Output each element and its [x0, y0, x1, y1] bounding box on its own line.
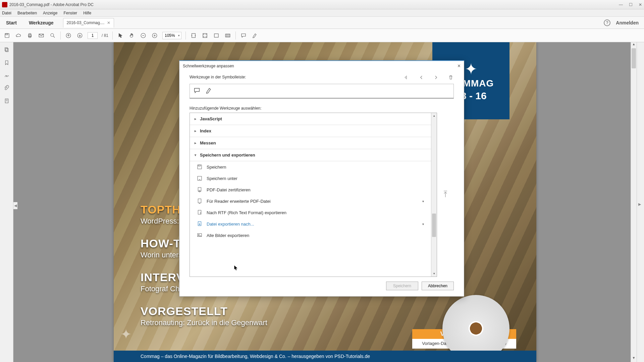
- delete-icon[interactable]: [448, 74, 454, 82]
- zoom-value: 105%: [165, 33, 175, 38]
- collapse-right-icon[interactable]: ▶: [638, 202, 641, 206]
- tab-document[interactable]: 2016-03_Commag.... ✕: [63, 18, 114, 27]
- print-icon[interactable]: [26, 32, 34, 39]
- tree-item-label: Speichern unter: [207, 176, 237, 181]
- chevron-right-icon: ▸: [195, 117, 198, 121]
- svg-rect-23: [198, 199, 201, 203]
- search-icon[interactable]: [49, 32, 56, 39]
- tree-category-messen[interactable]: ▸Messen: [190, 137, 437, 149]
- tree-item-zertifizieren[interactable]: PDF-Datei zertifizieren: [190, 184, 437, 195]
- zoom-in-icon[interactable]: [151, 32, 158, 39]
- next-page-icon[interactable]: [76, 32, 84, 39]
- chevron-right-icon: ▸: [195, 141, 198, 145]
- tree-category-javascript[interactable]: ▸JavaScript: [190, 113, 437, 125]
- scroll-up-icon[interactable]: ▴: [431, 113, 437, 119]
- thumbnails-icon[interactable]: [4, 47, 10, 53]
- mail-icon[interactable]: [38, 32, 45, 39]
- tree-item-label: Alle Bilder exportieren: [207, 233, 249, 238]
- menu-bar: Datei Bearbeiten Anzeige Fenster Hilfe: [0, 9, 644, 17]
- tree-category-index[interactable]: ▸Index: [190, 125, 437, 137]
- scroll-down-icon[interactable]: ▾: [431, 271, 437, 277]
- section-heading: VORGESTELLT: [141, 305, 267, 318]
- section-sub: Retronauting: Zurück in die Gegenwart: [141, 318, 267, 327]
- export-rtf-icon: [197, 209, 203, 216]
- tree-item-speichern[interactable]: Speichern: [190, 161, 437, 173]
- customize-quick-tools-dialog: Schnellwerkzeuge anpassen × Werkzeuge in…: [179, 60, 464, 297]
- zoom-out-icon[interactable]: [140, 32, 147, 39]
- comment-tool-icon[interactable]: [193, 87, 201, 96]
- comment-icon[interactable]: [240, 32, 247, 39]
- menu-anzeige[interactable]: Anzeige: [43, 11, 57, 15]
- cancel-button[interactable]: Abbrechen: [422, 282, 454, 290]
- attachment-icon[interactable]: [4, 85, 10, 91]
- svg-rect-3: [29, 34, 31, 35]
- tab-row: Start Werkzeuge 2016-03_Commag.... ✕ ? A…: [0, 17, 644, 29]
- scroll-down-icon[interactable]: ▼: [631, 356, 637, 362]
- right-rail: ▶: [637, 42, 644, 362]
- magazine-logo-icon: ✦: [465, 60, 478, 78]
- signature-icon[interactable]: [4, 72, 10, 78]
- svg-rect-20: [198, 176, 202, 180]
- tools-tree[interactable]: ▸JavaScript ▸Index ▸Messen ▾Speichern un…: [190, 113, 437, 277]
- tab-start[interactable]: Start: [0, 17, 23, 28]
- menu-fenster[interactable]: Fenster: [63, 11, 77, 15]
- help-icon[interactable]: ?: [604, 19, 610, 26]
- prev-page-icon[interactable]: [65, 32, 72, 39]
- divider-icon[interactable]: [404, 74, 410, 82]
- chevron-right-icon: ▸: [195, 129, 198, 133]
- save-button: Speichern: [386, 282, 418, 290]
- zoom-select[interactable]: 105%: [162, 32, 181, 39]
- vertical-scrollbar[interactable]: ▲ ▼: [631, 42, 637, 362]
- hand-tool-icon[interactable]: [128, 32, 136, 39]
- scroll-thumb[interactable]: [632, 48, 636, 68]
- collapse-left-icon[interactable]: ◀: [13, 202, 17, 209]
- separator: [185, 32, 186, 40]
- separator: [112, 32, 113, 40]
- fullscreen-icon[interactable]: [213, 32, 220, 39]
- fit-page-icon[interactable]: [201, 32, 209, 39]
- main-toolbar: / 81 105%: [0, 29, 644, 42]
- highlight-icon[interactable]: [251, 32, 259, 39]
- tree-item-speichern-unter[interactable]: Speichern unter: [190, 173, 437, 184]
- page-number-input[interactable]: [88, 32, 98, 39]
- close-button[interactable]: ✕: [639, 2, 642, 7]
- menu-hilfe[interactable]: Hilfe: [83, 11, 91, 15]
- menu-datei[interactable]: Datei: [2, 11, 11, 15]
- tab-werkzeuge[interactable]: Werkzeuge: [23, 17, 60, 28]
- minimize-button[interactable]: —: [619, 2, 623, 7]
- app-icon: [2, 2, 7, 7]
- move-up-icon[interactable]: [442, 190, 449, 200]
- layers-icon[interactable]: [4, 98, 10, 104]
- tab-close-icon[interactable]: ✕: [107, 20, 110, 25]
- tree-category-speichern[interactable]: ▾Speichern und exportieren: [190, 149, 437, 161]
- svg-rect-1: [6, 34, 8, 35]
- menu-bearbeiten[interactable]: Bearbeiten: [17, 11, 37, 15]
- select-tool-icon[interactable]: [117, 32, 124, 39]
- cloud-icon[interactable]: [15, 32, 22, 39]
- move-left-icon[interactable]: [418, 74, 424, 82]
- highlight-tool-icon[interactable]: [205, 87, 213, 96]
- bookmark-icon[interactable]: [4, 60, 10, 66]
- reading-icon[interactable]: [224, 32, 231, 39]
- save-icon[interactable]: [3, 32, 11, 39]
- move-right-icon[interactable]: [433, 74, 439, 82]
- page-footer: Commag – das Online-Magazin für Bildbear…: [114, 351, 536, 362]
- tree-item-datei-exportieren[interactable]: Datei exportieren nach... ▾: [190, 218, 437, 230]
- current-tools-box[interactable]: [190, 84, 454, 99]
- export-images-icon: [197, 232, 203, 238]
- dialog-titlebar[interactable]: Schnellwerkzeuge anpassen ×: [179, 61, 464, 71]
- tree-item-rtf-export[interactable]: Nach RTF (Rich Text Format) exportieren: [190, 207, 437, 218]
- dialog-close-icon[interactable]: ×: [458, 63, 461, 69]
- tree-scrollbar[interactable]: ▴ ▾: [431, 113, 437, 277]
- tree-item-alle-bilder[interactable]: Alle Bilder exportieren: [190, 230, 437, 241]
- add-to-toolbar-column: [437, 113, 454, 277]
- chevron-down-icon: ▾: [195, 153, 198, 157]
- page-total: / 81: [102, 33, 108, 38]
- fit-width-icon[interactable]: [190, 32, 197, 39]
- anmelden-link[interactable]: Anmelden: [616, 20, 639, 25]
- tree-item-reader-extended[interactable]: Für Reader erweiterte PDF-Datei ▾: [190, 195, 437, 207]
- scroll-thumb[interactable]: [432, 214, 436, 237]
- scroll-up-icon[interactable]: ▲: [631, 42, 637, 48]
- svg-rect-15: [5, 48, 7, 51]
- maximize-button[interactable]: ☐: [629, 2, 633, 7]
